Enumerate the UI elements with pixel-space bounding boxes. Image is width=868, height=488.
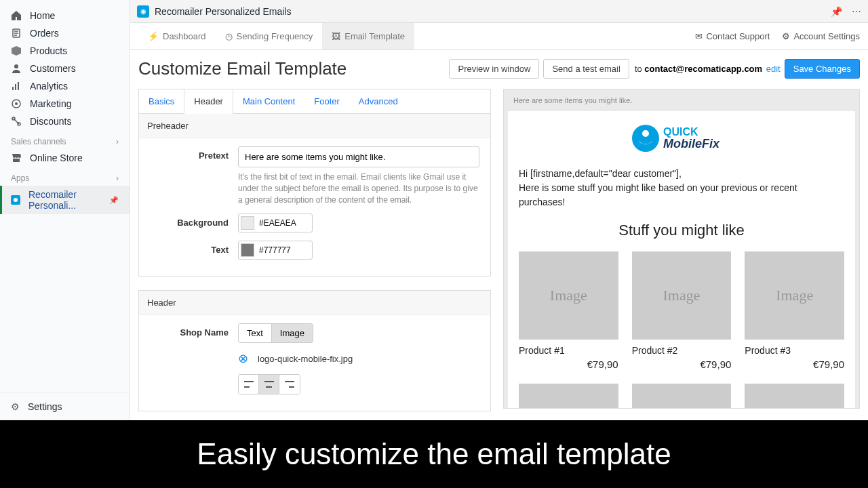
discounts-icon	[11, 116, 22, 127]
sidebar-settings[interactable]: ⚙Settings	[0, 392, 130, 420]
tab-dashboard[interactable]: ⚡Dashboard	[138, 23, 216, 49]
svg-text:MobileFix: MobileFix	[663, 137, 720, 150]
text-option[interactable]: Text	[239, 324, 272, 342]
preview-logo: QUICK MobileFix	[519, 122, 844, 157]
subtab-header[interactable]: Header	[184, 89, 233, 114]
svg-point-6	[15, 102, 18, 105]
svg-rect-3	[15, 84, 16, 90]
align-center-button[interactable]	[259, 375, 279, 394]
product-card: ImageProduct #2€79,90	[632, 251, 732, 370]
page-title: Customize Email Template	[138, 58, 445, 79]
preview-greeting: Hi [firstname,default="dear customer"],	[519, 168, 682, 179]
tab-email-template[interactable]: 🖼Email Template	[322, 23, 414, 49]
chevron-right-icon[interactable]: ›	[116, 137, 119, 146]
account-settings-link[interactable]: ⚙Account Settings	[782, 31, 860, 41]
dashboard-icon: ⚡	[148, 31, 159, 41]
pin-icon[interactable]: 📌	[831, 6, 842, 17]
svg-point-9	[632, 125, 659, 152]
preheader-panel: Preheader Pretext It's the first bit of …	[138, 113, 491, 277]
sidebar-item-label: Discounts	[30, 116, 71, 127]
clock-icon: ◷	[225, 31, 233, 41]
sidebar-item-analytics[interactable]: Analytics	[0, 77, 130, 95]
color-swatch[interactable]	[241, 216, 254, 230]
subtab-footer[interactable]: Footer	[304, 89, 349, 113]
align-left-button[interactable]	[239, 375, 259, 394]
tab-sending-frequency[interactable]: ◷Sending Frequency	[216, 23, 323, 49]
home-icon	[11, 10, 22, 21]
sidebar-item-label: Marketing	[30, 98, 71, 109]
edit-recipient-link[interactable]: edit	[766, 64, 781, 74]
recipient-email: contact@recomaticapp.com	[644, 64, 762, 74]
chevron-right-icon[interactable]: ›	[116, 174, 119, 183]
subtab-main-content[interactable]: Main Content	[233, 89, 304, 113]
product-name: Product #3	[745, 345, 844, 356]
sidebar-item-discounts[interactable]: Discounts	[0, 113, 130, 130]
shop-name-type-toggle: Text Image	[238, 323, 313, 343]
sidebar-item-marketing[interactable]: Marketing	[0, 95, 130, 113]
preview-button[interactable]: Preview in window	[449, 59, 539, 79]
sidebar-item-label: Online Store	[30, 152, 83, 163]
color-hex-input[interactable]	[256, 242, 304, 258]
sidebar-item-products[interactable]: Products	[0, 42, 130, 60]
gear-icon: ⚙	[782, 31, 790, 41]
product-image-placeholder: Image	[745, 384, 844, 409]
sidebar-item-label: Home	[30, 10, 55, 21]
link-label: Account Settings	[793, 31, 860, 41]
sidebar-item-label: Orders	[30, 28, 59, 39]
product-name: Product #2	[632, 345, 732, 356]
analytics-icon	[11, 81, 22, 92]
sidebar-item-orders[interactable]: Orders	[0, 24, 130, 42]
send-test-button[interactable]: Send a test email	[543, 59, 629, 79]
text-color-label: Text	[150, 241, 238, 255]
background-label: Background	[150, 214, 238, 228]
color-hex-input[interactable]	[256, 215, 304, 231]
pretext-input[interactable]	[238, 146, 479, 167]
color-swatch[interactable]	[241, 243, 254, 257]
svg-rect-2	[12, 87, 14, 90]
subtab-advanced[interactable]: Advanced	[349, 89, 408, 113]
tab-label: Dashboard	[163, 31, 206, 41]
pin-icon[interactable]: 📌	[109, 196, 119, 205]
preview-preheader: Here are some items you might like.	[504, 89, 859, 111]
product-name: Product #1	[519, 345, 618, 356]
sidebar-item-customers[interactable]: Customers	[0, 60, 130, 77]
image-option[interactable]: Image	[272, 324, 313, 342]
logo-filename: logo-quick-mobile-fix.jpg	[258, 354, 353, 364]
pretext-help: It's the first bit of text in the email.…	[238, 171, 479, 205]
remove-logo-icon[interactable]: ⊗	[238, 351, 248, 366]
panel-title: Preheader	[139, 114, 490, 138]
sidebar-item-home[interactable]: Home	[0, 7, 130, 24]
sidebar-item-online-store[interactable]: Online Store	[0, 149, 130, 167]
main-content: Customize Email Template Preview in wind…	[130, 50, 868, 420]
product-image-placeholder: Image	[519, 251, 618, 340]
more-icon[interactable]: ⋯	[852, 6, 861, 17]
svg-point-8	[14, 198, 18, 202]
contact-support-link[interactable]: ✉Contact Support	[695, 31, 770, 41]
product-image-placeholder: Image	[745, 251, 844, 340]
product-card: Image	[519, 384, 618, 409]
panel-title: Header	[139, 291, 490, 315]
products-icon	[11, 45, 22, 56]
section-label: Sales channels	[11, 137, 66, 146]
tab-label: Sending Frequency	[237, 31, 313, 41]
product-card: Image	[632, 384, 732, 409]
topbar: ◉ Recomailer Personalized Emails 📌 ⋯	[130, 0, 868, 23]
email-preview: Here are some items you might like. QUIC…	[503, 89, 860, 409]
background-color-input[interactable]	[238, 214, 313, 232]
marketing-icon	[11, 98, 22, 109]
product-image-placeholder: Image	[519, 384, 618, 409]
align-right-button[interactable]	[279, 375, 300, 394]
svg-text:QUICK: QUICK	[663, 126, 698, 138]
subtab-basics[interactable]: Basics	[139, 89, 184, 113]
page-header: Customize Email Template Preview in wind…	[138, 58, 860, 79]
save-changes-button[interactable]: Save Changes	[785, 59, 860, 79]
store-icon	[11, 152, 22, 163]
preview-heading: Stuff you might like	[519, 222, 844, 239]
sidebar-item-recomailer[interactable]: Recomailer Personali...📌	[0, 186, 130, 214]
image-icon: 🖼	[332, 31, 340, 41]
shop-name-label: Shop Name	[150, 323, 238, 338]
text-color-input[interactable]	[238, 241, 313, 260]
app-icon	[11, 195, 20, 205]
product-grid: ImageProduct #1€79,90 ImageProduct #2€79…	[519, 251, 844, 409]
product-price: €79,90	[745, 359, 844, 370]
